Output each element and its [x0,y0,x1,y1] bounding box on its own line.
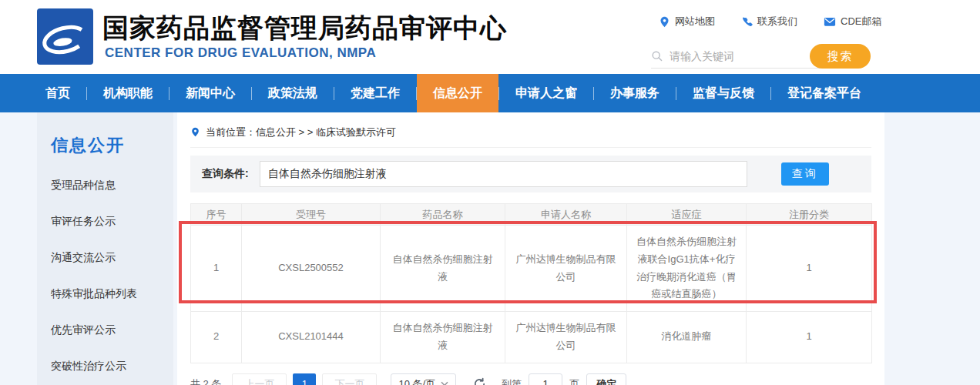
cell-registration-class: 1 [747,226,872,312]
search-button[interactable]: 搜索 [810,44,871,69]
top-links: 网站地图 联系我们 CDE邮箱 [659,15,881,28]
col-header-registration-class: 注册分类 [747,204,872,226]
cell-indication: 自体自然杀伤细胞注射液联合IgG1抗体+化疗治疗晚期消化道癌（胃癌或结直肠癌） [627,226,747,312]
col-header-indication: 适应症 [627,204,747,226]
nav-item[interactable]: 机构职能 [87,74,169,112]
cde-logo-swoosh-icon [37,8,93,65]
refresh-button[interactable] [473,377,486,385]
goto-page-suffix: 页 [569,377,579,385]
search-input[interactable] [670,50,808,62]
search-icon [651,50,663,62]
nav-item[interactable]: 监督与反馈 [676,74,770,112]
table-row: 2 CXSL2101444 自体自然杀伤细胞注射液 广州达博生物制品有限公司 消… [191,312,872,363]
site-header: 国家药品监督管理局药品审评中心 CENTER FOR DRUG EVALUATI… [0,0,980,74]
cell-registration-class: 1 [747,312,872,363]
site-subtitle: CENTER FOR DRUG EVALUATION, NMPA [105,45,376,61]
sitemap-link[interactable]: 网站地图 [659,15,715,28]
cell-seq: 1 [191,226,242,312]
sidebar: 信息公开 受理品种信息 审评任务公示 沟通交流公示 特殊审批品种列表 优先审评公… [37,112,173,385]
prev-page-button[interactable]: 上一页 [232,373,287,385]
cde-logo[interactable] [37,8,93,65]
sitemap-link-label: 网站地图 [675,15,715,28]
query-panel: 查询条件: 查询 [190,156,871,192]
col-header-acceptance-no: 受理号 [242,204,381,226]
goto-page-input[interactable] [529,373,562,385]
sidebar-item[interactable]: 审评任务公示 [51,215,173,229]
nav-item[interactable]: 政策法规 [252,74,334,112]
location-pin-icon [190,126,200,138]
page-body: 信息公开 受理品种信息 审评任务公示 沟通交流公示 特殊审批品种列表 优先审评公… [0,112,980,385]
cell-indication: 消化道肿瘤 [627,312,747,363]
nav-item[interactable]: 申请人之窗 [499,74,593,112]
results-table: 序号 受理号 药品名称 申请人名称 适应症 注册分类 1 CXSL2500552 [190,203,872,363]
cell-drug-name: 自体自然杀伤细胞注射液 [381,312,505,363]
col-header-seq: 序号 [191,204,242,226]
col-header-applicant: 申请人名称 [505,204,627,226]
sidebar-item[interactable]: 突破性治疗公示 [51,360,173,373]
nav-item[interactable]: 首页 [29,74,86,112]
breadcrumb-text: 当前位置：信息公开 > > 临床试验默示许可 [206,126,396,139]
cell-drug-name: 自体自然杀伤细胞注射液 [381,226,505,312]
refresh-icon [473,377,486,385]
query-input[interactable] [260,161,747,187]
sidebar-item[interactable]: 沟通交流公示 [51,251,173,265]
main-nav: 首页 机构职能 新闻中心 政策法规 党建工作 信息公开 申请人之窗 [0,74,980,112]
sidebar-item[interactable]: 特殊审批品种列表 [51,287,173,301]
pagination: 共 2 条 上一页 1 下一页 10 条/页 到第 [190,373,884,385]
sidebar-title: 信息公开 [51,134,173,157]
header-search: 搜索 [651,44,870,70]
query-button[interactable]: 查询 [781,162,829,186]
page-size-label: 10 条/页 [398,377,435,385]
page-size-select[interactable]: 10 条/页 [391,373,456,385]
nav-item[interactable]: 登记备案平台 [771,74,878,112]
cell-acceptance-no: CXSL2500552 [242,226,381,312]
cell-seq: 2 [191,312,242,363]
main-content: 当前位置：信息公开 > > 临床试验默示许可 查询条件: 查询 序号 受理号 药… [177,112,884,385]
site-title: 国家药品监督管理局药品审评中心 [102,11,507,46]
nav-item[interactable]: 新闻中心 [169,74,251,112]
phone-icon [741,16,753,28]
sidebar-item[interactable]: 受理品种信息 [51,179,173,192]
next-page-button[interactable]: 下一页 [322,373,377,385]
location-pin-icon [659,16,670,28]
goto-page-label: 到第 [502,377,522,385]
col-header-drug-name: 药品名称 [381,204,505,226]
nav-item[interactable]: 办事服务 [594,74,676,112]
nav-item[interactable]: 信息公开 [417,74,498,112]
pagination-total: 共 2 条 [190,377,221,385]
search-input-wrap [651,44,821,69]
contact-us-link[interactable]: 联系我们 [741,15,797,28]
breadcrumb: 当前位置：信息公开 > > 临床试验默示许可 [190,112,871,148]
chevron-down-icon [441,381,448,385]
contact-us-link-label: 联系我们 [757,15,797,28]
goto-confirm-button[interactable]: 确定 [586,373,626,385]
cde-mail-link-label: CDE邮箱 [841,15,881,28]
table-body: 1 CXSL2500552 自体自然杀伤细胞注射液 广州达博生物制品有限公司 自… [191,226,872,363]
query-label: 查询条件: [202,167,249,181]
cell-applicant: 广州达博生物制品有限公司 [505,312,627,363]
cell-acceptance-no: CXSL2101444 [242,312,381,363]
sidebar-item[interactable]: 优先审评公示 [51,323,173,337]
page: 国家药品监督管理局药品审评中心 CENTER FOR DRUG EVALUATI… [0,0,980,385]
nav-item[interactable]: 党建工作 [334,74,416,112]
table-row: 1 CXSL2500552 自体自然杀伤细胞注射液 广州达博生物制品有限公司 自… [191,226,872,312]
cde-mail-link[interactable]: CDE邮箱 [824,15,881,28]
cell-applicant: 广州达博生物制品有限公司 [505,226,627,312]
table-header: 序号 受理号 药品名称 申请人名称 适应症 注册分类 [191,204,872,226]
sidebar-list: 受理品种信息 审评任务公示 沟通交流公示 特殊审批品种列表 优先审评公示 突破性… [51,179,173,385]
page-number-button[interactable]: 1 [293,373,316,385]
mail-icon [824,16,836,27]
main-nav-items: 首页 机构职能 新闻中心 政策法规 党建工作 信息公开 申请人之窗 [0,74,980,112]
